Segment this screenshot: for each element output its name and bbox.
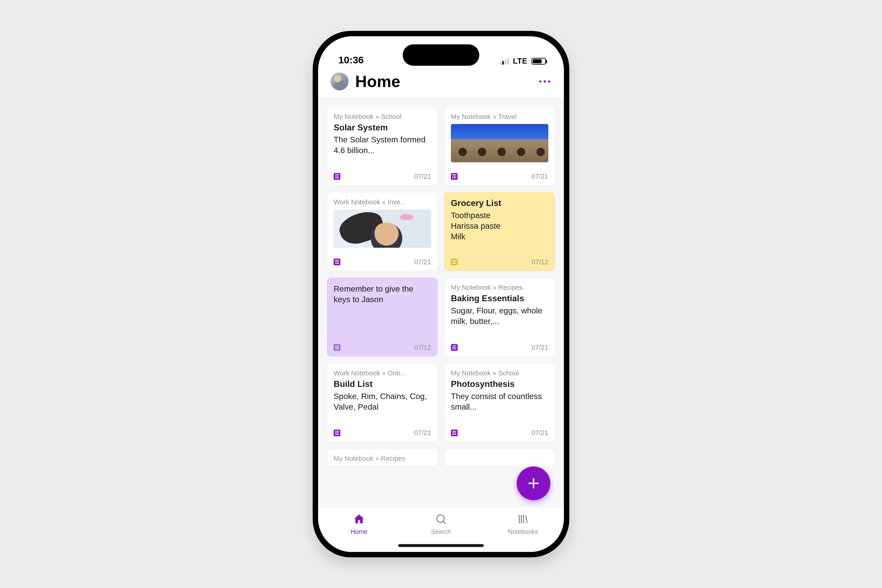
note-card[interactable]: My Notebook » RecipesBaking EssentialsSu… — [445, 278, 555, 356]
tab-label: Search — [431, 528, 451, 535]
app-header: Home — [318, 70, 564, 98]
note-excerpt: The Solar System formed 4.6 billion... — [334, 135, 431, 156]
note-title: Photosynthesis — [451, 379, 548, 389]
note-footer: 07/21 — [334, 429, 431, 437]
note-excerpt: Sugar, Flour, eggs, whole milk, butter,.… — [451, 305, 548, 327]
search-icon — [435, 513, 448, 526]
note-date: 07/12 — [532, 258, 548, 266]
dynamic-island — [403, 44, 479, 66]
phone-frame: 10:36 LTE Home My Notebook » S — [313, 31, 569, 557]
note-footer: 07/21 — [451, 344, 548, 351]
signal-icon — [500, 58, 509, 64]
note-date: 07/12 — [414, 344, 431, 351]
note-footer: 07/12 — [334, 344, 431, 351]
note-type-icon — [334, 429, 340, 436]
note-footer: 07/21 — [451, 429, 548, 437]
note-footer: 07/21 — [334, 172, 431, 180]
notes-grid: My Notebook » SchoolSolar SystemThe Sola… — [318, 98, 564, 489]
tab-search[interactable]: Search — [400, 507, 482, 541]
header-left: Home — [331, 72, 400, 90]
note-card[interactable]: My Notebook » SchoolPhotosynthesisThey c… — [445, 363, 555, 442]
note-excerpt: They consist of countless small... — [451, 391, 548, 412]
note-date: 07/21 — [532, 429, 548, 437]
note-card[interactable]: Grocery ListToothpaste Harissa paste Mil… — [445, 192, 555, 271]
note-title: Solar System — [334, 123, 431, 132]
note-type-icon — [451, 344, 458, 351]
note-date: 07/21 — [414, 172, 431, 180]
note-type-icon — [451, 258, 458, 265]
note-card[interactable]: My Notebook » Travel07/21 — [445, 106, 555, 185]
note-excerpt: Spoke, Rim, Chains, Cog, Valve, Pedal — [334, 391, 431, 412]
breadcrumb: Work Notebook » Onb... — [334, 369, 431, 377]
note-card[interactable]: My Notebook » Recipes — [327, 448, 437, 466]
status-right: LTE — [500, 57, 546, 65]
note-card[interactable]: My Notebook » SchoolSolar SystemThe Sola… — [327, 106, 437, 185]
breadcrumb: My Notebook » School — [451, 369, 548, 377]
tab-label: Home — [351, 528, 368, 535]
note-date: 07/21 — [414, 429, 431, 437]
note-type-icon — [334, 344, 340, 351]
note-title: Build List — [334, 379, 431, 389]
note-card[interactable]: Work Notebook » Inve...07/21 — [327, 192, 437, 271]
breadcrumb: My Notebook » Recipes — [334, 454, 431, 462]
note-footer: 07/21 — [334, 258, 431, 266]
note-date: 07/21 — [532, 344, 548, 351]
note-footer: 07/21 — [451, 172, 548, 180]
note-date: 07/21 — [532, 172, 548, 180]
phone-screen: 10:36 LTE Home My Notebook » S — [318, 36, 564, 552]
note-excerpt: Remember to give the keys to Jason — [334, 284, 431, 304]
note-card[interactable]: Remember to give the keys to Jason07/12 — [327, 278, 437, 356]
note-footer: 07/12 — [451, 258, 548, 266]
note-type-icon — [334, 258, 340, 265]
status-time: 10:36 — [338, 54, 364, 65]
note-title: Grocery List — [451, 198, 548, 208]
breadcrumb: Work Notebook » Inve... — [334, 198, 431, 206]
network-label: LTE — [513, 57, 527, 65]
more-dots-icon — [539, 80, 541, 82]
new-note-button[interactable] — [517, 466, 550, 500]
stage: 10:36 LTE Home My Notebook » S — [0, 0, 882, 588]
svg-point-2 — [437, 515, 444, 522]
battery-icon — [532, 58, 546, 64]
breadcrumb: My Notebook » Recipes — [451, 284, 548, 291]
breadcrumb: My Notebook » Travel — [451, 113, 548, 120]
page-title: Home — [355, 72, 400, 90]
avatar[interactable] — [331, 72, 349, 90]
note-type-icon — [451, 429, 458, 436]
note-excerpt: Toothpaste Harissa paste Milk — [451, 210, 548, 242]
notebooks-icon — [517, 513, 529, 526]
note-title: Baking Essentials — [451, 294, 548, 303]
home-icon — [353, 513, 365, 526]
home-indicator[interactable] — [398, 544, 484, 547]
note-card[interactable]: Work Notebook » Onb...Build ListSpoke, R… — [327, 363, 437, 442]
tab-label: Notebooks — [508, 528, 538, 535]
breadcrumb: My Notebook » School — [334, 113, 431, 120]
note-type-icon — [451, 173, 458, 180]
svg-line-3 — [443, 521, 446, 524]
tab-home[interactable]: Home — [318, 507, 400, 541]
note-date: 07/21 — [414, 258, 431, 266]
note-thumbnail — [334, 209, 431, 248]
note-card[interactable] — [445, 448, 555, 466]
note-thumbnail — [451, 124, 548, 162]
note-type-icon — [334, 173, 340, 180]
plus-icon — [527, 476, 540, 490]
tab-notebooks[interactable]: Notebooks — [482, 507, 564, 541]
more-button[interactable] — [539, 80, 550, 82]
